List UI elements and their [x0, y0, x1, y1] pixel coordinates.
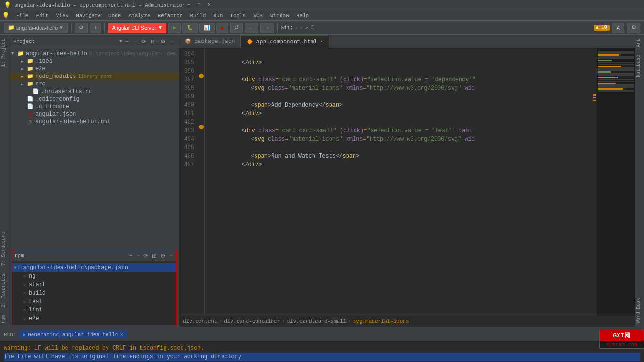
forward-btn[interactable]: → — [260, 23, 274, 33]
settings-btn[interactable]: ⚙ — [627, 23, 640, 33]
menu-build[interactable]: Build — [186, 12, 209, 19]
git-label: Git: — [281, 25, 293, 31]
mini-map[interactable] — [597, 48, 635, 316]
npm-script-e2e[interactable]: ○ e2e — [12, 314, 176, 323]
project-settings-btn[interactable]: ⚙ — [159, 38, 167, 45]
run-tab-close[interactable]: × — [120, 332, 123, 337]
translate-btn[interactable]: A — [612, 23, 624, 33]
menu-vcs[interactable]: VCS — [249, 12, 266, 19]
npm-close-btn[interactable]: − — [168, 252, 173, 260]
npm-package-json[interactable]: ▼ □ angular-idea-hello\package.json — [12, 263, 176, 272]
rerun-btn[interactable]: ↺ — [230, 23, 243, 33]
npm-settings-btn[interactable]: ⚙ — [159, 252, 166, 260]
npm-script-lint-label: lint — [29, 307, 42, 313]
menu-tools[interactable]: Tools — [226, 12, 249, 19]
tree-root-label: angular-idea-hello — [26, 51, 87, 57]
line-num-394: 394 — [179, 50, 194, 59]
terminal-content[interactable]: warning: LF will be replaced by CRLF in … — [0, 341, 644, 362]
add-config-btn[interactable]: + — [90, 23, 101, 33]
tree-item-browserslistrc[interactable]: 📄 .browserslistrc — [9, 88, 179, 95]
tree-item-angular-json[interactable]: ⚙ angular.json — [9, 110, 179, 118]
menu-help[interactable]: Help — [293, 12, 313, 19]
editor-area: 📦 package.json 🔶 app.component.html × 39… — [179, 35, 635, 327]
tree-item-src[interactable]: ▶ 📁 src — [9, 80, 179, 88]
npm-layout-btn[interactable]: ⊞ — [151, 252, 157, 260]
tree-item-idea[interactable]: ▶ 📁 .idea — [9, 58, 179, 65]
sidebar-tab-npm[interactable]: npm — [0, 311, 9, 327]
title-bar: 💡 angular-idea-hello – app.component.htm… — [0, 0, 644, 10]
sidebar-tab-structure[interactable]: 7: Structure — [0, 228, 9, 269]
project-name-btn[interactable]: 📁 angular-idea-hello ▼ — [4, 23, 68, 33]
line-num-400: 400 — [179, 101, 194, 109]
menu-window[interactable]: Window — [266, 12, 293, 19]
breadcrumb-2[interactable]: div.card-container — [224, 319, 280, 324]
sidebar-tab-project[interactable]: 1: Project — [0, 35, 9, 71]
line-num-405: 405 — [179, 143, 194, 152]
stop-btn[interactable]: ■ — [216, 23, 228, 33]
tab-app-component-html[interactable]: 🔶 app.component.html × — [241, 35, 329, 48]
menu-refactor[interactable]: Refactor — [154, 12, 187, 19]
node-modules-arrow: ▶ — [21, 74, 26, 79]
maximize-button[interactable]: □ — [196, 2, 202, 8]
tree-item-node-modules[interactable]: ▶ 📁 node_modules library root — [9, 73, 179, 80]
close-button[interactable]: × — [206, 2, 213, 8]
git-arrow: ↗ — [305, 25, 308, 31]
menu-analyze[interactable]: Analyze — [124, 12, 154, 19]
npm-refresh-btn[interactable]: ⟳ — [142, 252, 149, 260]
watermark: GXI网 system.com — [599, 330, 644, 349]
package-json-icon: 📦 — [185, 38, 191, 44]
project-close-btn[interactable]: − — [169, 38, 175, 45]
npm-script-start[interactable]: ○ start — [12, 280, 176, 289]
browserslistrc-label: .browserslistrc — [41, 88, 92, 95]
menu-run[interactable]: Run — [209, 12, 226, 19]
tree-item-editorconfig[interactable]: 📄 .editorconfig — [9, 95, 179, 103]
project-layout-btn[interactable]: ⊞ — [149, 38, 157, 45]
npm-script-lint[interactable]: ○ lint — [12, 306, 176, 314]
back-btn[interactable]: ← — [245, 23, 258, 33]
idea-label: .idea — [35, 58, 52, 65]
debug-btn[interactable]: 🐛 — [182, 23, 198, 33]
menu-navigate[interactable]: Navigate — [72, 12, 105, 19]
breadcrumb-3[interactable]: div.card.card-small — [287, 319, 346, 324]
toolbar-sep-3 — [277, 23, 278, 33]
project-collapse-btn[interactable]: − — [132, 38, 138, 45]
npm-script-ng[interactable]: ○ ng — [12, 272, 176, 280]
title-text: angular-idea-hello – app.component.html … — [14, 2, 185, 8]
npm-add-btn[interactable]: + — [128, 252, 133, 260]
project-refresh-btn[interactable]: ⟳ — [140, 38, 148, 45]
npm-script-build[interactable]: ○ build — [12, 289, 176, 297]
npm-minus-btn[interactable]: − — [135, 252, 140, 260]
npm-script-test[interactable]: ○ test — [12, 297, 176, 306]
tree-item-e2e[interactable]: ▶ 📁 e2e — [9, 65, 179, 73]
code-content[interactable]: </div> <div class="card card-small" (cli… — [205, 48, 597, 316]
run-with-coverage-btn[interactable]: 📊 — [199, 23, 215, 33]
tree-item-gitignore[interactable]: 📄 .gitignore — [9, 103, 179, 110]
breadcrumb-1[interactable]: div.content — [183, 319, 217, 324]
breadcrumb-sep-2: › — [282, 319, 285, 324]
window-controls[interactable]: − □ × — [185, 2, 213, 8]
angular-cli-btn[interactable]: Angular CLI Server ▼ — [108, 23, 166, 33]
toolbar: 📁 angular-idea-hello ▼ ⟳ + Angular CLI S… — [0, 21, 644, 35]
right-tab-ant[interactable]: Ant — [635, 35, 644, 51]
menu-file[interactable]: File — [12, 12, 32, 19]
run-tab-item[interactable]: ▶ Generating angular-idea-hello × — [19, 330, 127, 338]
idea-folder-icon: 📁 — [26, 58, 34, 65]
minimize-button[interactable]: − — [185, 2, 192, 8]
npm-script-build-label: build — [29, 290, 46, 296]
breadcrumb-4[interactable]: svg.material-icons — [353, 319, 409, 324]
tab-close-btn[interactable]: × — [320, 39, 323, 44]
line-num-407: 407 — [179, 160, 194, 169]
right-tab-wordbook[interactable]: Word Book — [635, 294, 644, 327]
sync-btn[interactable]: ⟳ — [75, 23, 88, 33]
run-btn[interactable]: ▶ — [168, 23, 181, 33]
project-add-btn[interactable]: + — [124, 38, 130, 45]
tab-package-json[interactable]: 📦 package.json — [179, 35, 241, 48]
sidebar-tab-favorites[interactable]: 2: Favorites — [0, 269, 9, 311]
right-tab-database[interactable]: Database — [635, 51, 644, 81]
tree-item-iml[interactable]: ⊙ angular-idea-hello.iml — [9, 118, 179, 126]
warning-badge[interactable]: ▲ 10 — [594, 25, 610, 31]
menu-edit[interactable]: Edit — [32, 12, 52, 19]
menu-code[interactable]: Code — [105, 12, 124, 19]
tree-root[interactable]: ▼ 📁 angular-idea-hello D:\project\idea\a… — [9, 50, 179, 58]
menu-view[interactable]: View — [52, 12, 72, 19]
